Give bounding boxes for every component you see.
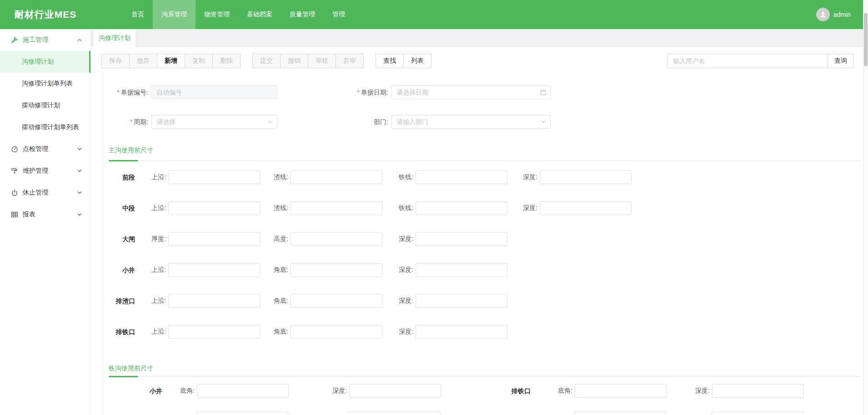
dim-field-s1-r2-1-input[interactable] [168,201,260,215]
toolbar-button-revoke[interactable]: 撤销 [280,54,308,68]
sidebar-item-1-3[interactable]: 摆动修理计划 [0,95,90,116]
dim-field-s1-r6-1-input[interactable] [168,325,260,339]
dim-row-s1-r2: 中段 [103,201,135,215]
dim-field-s1-r6-2-input[interactable] [291,325,382,339]
dim-field-s1-r5-1-label: 上沿: [151,297,166,305]
section-title-2: 铁沟使用前尺寸 [109,364,153,373]
dim-field-s2-g1-2-label: 深度: [331,387,347,395]
dim-field-s1-r6-3-label: 深度: [398,328,413,336]
dim-row-s1-r3: 大闸 [103,232,135,246]
nav-item-6[interactable]: 管理 [324,0,354,29]
field-dept-input[interactable] [391,115,551,129]
dim-field-s1-r6-3-input[interactable] [416,325,507,339]
top-nav: 首页沟系管理物资管理基础档案质量管理管理 [123,0,354,29]
dim-field-partial-3-input[interactable] [574,411,666,415]
scrollbar-thumb[interactable] [864,13,868,66]
dim-field-s1-r2-1: 上沿: [151,201,260,215]
sidebar-group-2[interactable]: 点检管理 [0,138,90,160]
dim-field-s1-r4-2-input[interactable] [291,263,382,277]
sidebar-item-1-1[interactable]: 沟修理计划 [0,51,90,73]
dim-field-s2-g1-1-input[interactable] [197,384,289,398]
dim-field-partial-4-input[interactable] [712,411,803,415]
dim-field-partial-1-input[interactable] [196,411,288,415]
dim-field-s1-r4-3-input[interactable] [416,263,507,277]
dim-field-s1-r1-3-label: 铁线: [398,173,413,181]
page-scrollbar[interactable] [863,0,868,415]
nav-item-4[interactable]: 基础档案 [238,0,281,29]
table-icon [11,211,18,218]
toolbar-button-submit[interactable]: 提交 [252,54,281,68]
nav-item-1[interactable]: 首页 [123,0,153,29]
search-button[interactable]: 查询 [828,54,854,68]
field-dept [391,115,551,129]
dim-field-s1-r3-1-input[interactable] [168,232,260,246]
dim-field-s2-g2-2-label: 深度: [694,387,710,395]
dim-field-s1-r5-3-input[interactable] [416,294,507,308]
dim-field-s1-r1-3-input[interactable] [416,170,507,184]
dim-field-s1-r6-2: 角底: [273,325,382,339]
dim-field-s1-r6-2-label: 角底: [273,328,288,336]
sidebar-group-3[interactable]: 维护管理 [0,160,90,182]
toolbar-button-add[interactable]: 新增 [157,54,185,68]
dim-field-s1-r5-1-input[interactable] [168,294,260,308]
dim-field-s2-g1-2-input[interactable] [349,384,441,398]
tab-groove-repair-plan[interactable]: 沟修理计划 [94,29,135,47]
dim-field-s1-r6-1-label: 上沿: [151,328,166,336]
dim-field-partial-2-input[interactable] [349,411,441,415]
toolbar-button-discard[interactable]: 放弃 [129,54,157,68]
toolbar-button-list[interactable]: 列表 [403,54,431,68]
toolbar: 保存放弃新增复制删除提交撤销审核弃审查找列表 查询 [101,54,854,68]
dim-field-s2-g2-1-input[interactable] [575,384,667,398]
toolbar-button-unaudit[interactable]: 弃审 [336,54,364,68]
dim-field-s1-r1-4-input[interactable] [540,170,632,184]
nav-item-3[interactable]: 物资管理 [196,0,238,29]
toolbar-button-delete[interactable]: 删除 [212,54,241,68]
chevron-down-icon [77,146,82,152]
dim-field-s1-r1-1-input[interactable] [168,170,260,184]
dim-field-s1-r4-1-label: 上沿: [151,266,166,274]
dim-field-s2-g2-2-input[interactable] [712,384,804,398]
dim-row-s1-r6: 排铁口 [103,325,135,339]
dim-field-s1-r3-3-input[interactable] [416,232,507,246]
sidebar-group-1[interactable]: 施工管理 [0,29,90,51]
dim-field-s1-r4-1-input[interactable] [168,263,260,277]
toolbar-button-copy[interactable]: 复制 [185,54,213,68]
gauge-icon [11,145,18,153]
user-menu[interactable]: admin [816,0,851,29]
search-input[interactable] [667,54,828,68]
sidebar-group-label: 报表 [23,210,35,219]
field-doc-no-input[interactable] [151,85,277,99]
sidebar: 施工管理沟修理计划沟修理计划单列表摆动修理计划摆动修理计划单列表点检管理维护管理… [0,29,91,415]
nav-item-2[interactable]: 沟系管理 [153,0,196,29]
dim-field-s1-r3-2: 高度: [273,232,382,246]
tab-bar: 沟修理计划 [91,29,868,47]
field-doc-date-input[interactable] [391,85,551,99]
field-doc-date-label: *单据日期: [343,85,388,99]
sidebar-group-5[interactable]: 报表 [0,204,90,225]
dim-field-s1-r6-3: 深度: [398,325,507,339]
section-divider [109,376,861,377]
dim-field-s1-r2-4-input[interactable] [540,201,632,215]
required-mark: * [130,118,132,125]
toolbar-button-save[interactable]: 保存 [101,54,130,68]
sidebar-item-1-4[interactable]: 摆动修理计划单列表 [0,116,90,138]
toolbar-group-1: 保存放弃新增复制删除 [101,54,241,68]
field-cycle-input[interactable] [151,115,277,129]
sidebar-group-label: 点检管理 [23,145,48,153]
sidebar-item-1-2[interactable]: 沟修理计划单列表 [0,73,90,95]
dim-field-s1-r1-2-input[interactable] [291,170,382,184]
dim-field-s1-r6-1: 上沿: [151,325,260,339]
dim-field-s1-r5-2-input[interactable] [291,294,382,308]
dim-field-s1-r2-4-label: 深度: [522,204,537,212]
nav-item-5[interactable]: 质量管理 [281,0,324,29]
sidebar-group-4[interactable]: 休止管理 [0,182,90,204]
chevron-down-icon [77,168,82,174]
dim-field-s1-r2-2: 渣线: [273,201,382,215]
dim-field-s1-r2-3-input[interactable] [416,201,507,215]
dim-field-s1-r2-2-input[interactable] [291,201,382,215]
dim-field-s1-r3-2-input[interactable] [291,232,382,246]
dim-field-s1-r3-2-label: 高度: [273,235,288,243]
dim-field-s1-r1-4: 深度: [522,170,632,184]
toolbar-button-find[interactable]: 查找 [376,54,404,68]
toolbar-button-audit[interactable]: 审核 [308,54,336,68]
